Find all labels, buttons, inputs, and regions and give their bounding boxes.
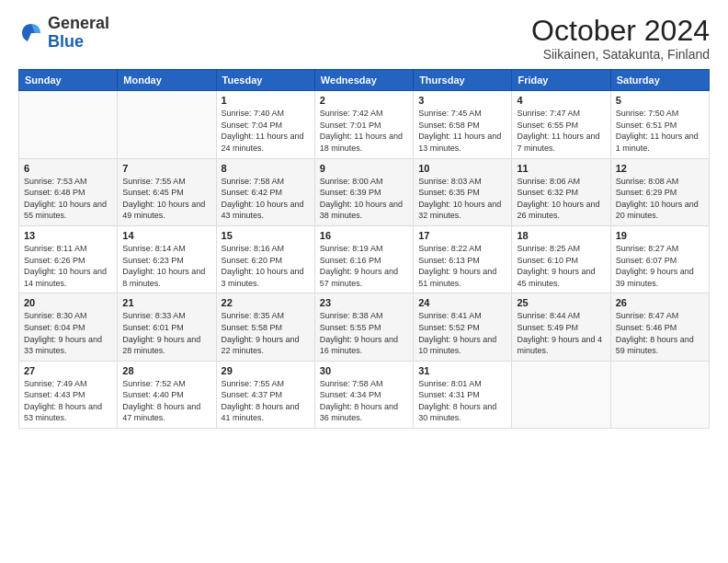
header-saturday: Saturday <box>610 70 709 91</box>
table-row: 31Sunrise: 8:01 AM Sunset: 4:31 PM Dayli… <box>414 361 512 428</box>
table-row: 22Sunrise: 8:35 AM Sunset: 5:58 PM Dayli… <box>216 293 314 361</box>
day-info: Sunrise: 7:55 AM Sunset: 6:45 PM Dayligh… <box>122 176 210 222</box>
day-info: Sunrise: 8:25 AM Sunset: 6:10 PM Dayligh… <box>517 243 605 289</box>
day-info: Sunrise: 8:06 AM Sunset: 6:32 PM Dayligh… <box>517 176 605 222</box>
table-row: 10Sunrise: 8:03 AM Sunset: 6:35 PM Dayli… <box>414 158 512 225</box>
table-row: 1Sunrise: 7:40 AM Sunset: 7:04 PM Daylig… <box>216 91 314 158</box>
table-row: 28Sunrise: 7:52 AM Sunset: 4:40 PM Dayli… <box>118 361 216 428</box>
day-info: Sunrise: 8:44 AM Sunset: 5:49 PM Dayligh… <box>517 310 605 356</box>
table-row: 4Sunrise: 7:47 AM Sunset: 6:55 PM Daylig… <box>512 91 610 158</box>
day-number: 4 <box>517 95 605 106</box>
day-info: Sunrise: 8:22 AM Sunset: 6:13 PM Dayligh… <box>418 243 506 289</box>
day-info: Sunrise: 8:47 AM Sunset: 5:46 PM Dayligh… <box>616 310 704 356</box>
day-number: 2 <box>320 95 408 106</box>
day-number: 18 <box>517 230 605 241</box>
table-row: 26Sunrise: 8:47 AM Sunset: 5:46 PM Dayli… <box>610 293 709 361</box>
day-info: Sunrise: 8:41 AM Sunset: 5:52 PM Dayligh… <box>418 310 506 356</box>
day-number: 26 <box>616 297 704 308</box>
month-title: October 2024 <box>531 15 710 47</box>
day-number: 13 <box>24 230 112 241</box>
day-info: Sunrise: 8:27 AM Sunset: 6:07 PM Dayligh… <box>616 243 704 289</box>
table-row: 19Sunrise: 8:27 AM Sunset: 6:07 PM Dayli… <box>610 225 709 293</box>
table-row: 20Sunrise: 8:30 AM Sunset: 6:04 PM Dayli… <box>19 293 118 361</box>
table-row: 9Sunrise: 8:00 AM Sunset: 6:39 PM Daylig… <box>314 158 413 225</box>
location-subtitle: Siikainen, Satakunta, Finland <box>531 47 710 62</box>
day-info: Sunrise: 7:47 AM Sunset: 6:55 PM Dayligh… <box>517 108 605 154</box>
table-row: 14Sunrise: 8:14 AM Sunset: 6:23 PM Dayli… <box>118 225 216 293</box>
logo: General Blue <box>18 15 109 52</box>
day-info: Sunrise: 8:01 AM Sunset: 4:31 PM Dayligh… <box>418 378 506 424</box>
day-info: Sunrise: 7:58 AM Sunset: 4:34 PM Dayligh… <box>320 378 408 424</box>
day-number: 8 <box>222 163 310 174</box>
header-wednesday: Wednesday <box>314 70 413 91</box>
table-row: 16Sunrise: 8:19 AM Sunset: 6:16 PM Dayli… <box>314 225 413 293</box>
table-row <box>118 91 216 158</box>
header-monday: Monday <box>118 70 216 91</box>
calendar-week-row: 1Sunrise: 7:40 AM Sunset: 7:04 PM Daylig… <box>19 91 710 158</box>
page-header: General Blue October 2024 Siikainen, Sat… <box>18 15 710 62</box>
day-info: Sunrise: 7:40 AM Sunset: 7:04 PM Dayligh… <box>222 108 310 154</box>
day-number: 31 <box>418 365 506 376</box>
day-info: Sunrise: 8:38 AM Sunset: 5:55 PM Dayligh… <box>320 310 408 356</box>
day-number: 9 <box>320 163 408 174</box>
day-number: 24 <box>418 297 506 308</box>
logo-text: General Blue <box>48 15 109 52</box>
table-row <box>512 361 610 428</box>
day-info: Sunrise: 8:35 AM Sunset: 5:58 PM Dayligh… <box>222 310 310 356</box>
day-number: 19 <box>616 230 704 241</box>
calendar-week-row: 20Sunrise: 8:30 AM Sunset: 6:04 PM Dayli… <box>19 293 710 361</box>
header-sunday: Sunday <box>19 70 118 91</box>
day-info: Sunrise: 7:58 AM Sunset: 6:42 PM Dayligh… <box>222 176 310 222</box>
day-number: 30 <box>320 365 408 376</box>
logo-icon <box>18 20 44 46</box>
table-row: 8Sunrise: 7:58 AM Sunset: 6:42 PM Daylig… <box>216 158 314 225</box>
table-row: 25Sunrise: 8:44 AM Sunset: 5:49 PM Dayli… <box>512 293 610 361</box>
table-row: 7Sunrise: 7:55 AM Sunset: 6:45 PM Daylig… <box>118 158 216 225</box>
weekday-header-row: Sunday Monday Tuesday Wednesday Thursday… <box>19 70 710 91</box>
day-info: Sunrise: 7:53 AM Sunset: 6:48 PM Dayligh… <box>24 176 112 222</box>
day-number: 27 <box>24 365 112 376</box>
day-number: 22 <box>222 297 310 308</box>
day-number: 6 <box>24 163 112 174</box>
day-info: Sunrise: 7:49 AM Sunset: 4:43 PM Dayligh… <box>24 378 112 424</box>
day-info: Sunrise: 7:55 AM Sunset: 4:37 PM Dayligh… <box>222 378 310 424</box>
table-row: 2Sunrise: 7:42 AM Sunset: 7:01 PM Daylig… <box>314 91 413 158</box>
day-info: Sunrise: 8:16 AM Sunset: 6:20 PM Dayligh… <box>222 243 310 289</box>
table-row <box>610 361 709 428</box>
day-info: Sunrise: 8:08 AM Sunset: 6:29 PM Dayligh… <box>616 176 704 222</box>
header-friday: Friday <box>512 70 610 91</box>
calendar-table: Sunday Monday Tuesday Wednesday Thursday… <box>18 69 710 429</box>
table-row: 27Sunrise: 7:49 AM Sunset: 4:43 PM Dayli… <box>19 361 118 428</box>
table-row: 3Sunrise: 7:45 AM Sunset: 6:58 PM Daylig… <box>414 91 512 158</box>
table-row: 12Sunrise: 8:08 AM Sunset: 6:29 PM Dayli… <box>610 158 709 225</box>
table-row: 18Sunrise: 8:25 AM Sunset: 6:10 PM Dayli… <box>512 225 610 293</box>
table-row: 5Sunrise: 7:50 AM Sunset: 6:51 PM Daylig… <box>610 91 709 158</box>
header-tuesday: Tuesday <box>216 70 314 91</box>
day-number: 17 <box>418 230 506 241</box>
day-info: Sunrise: 7:42 AM Sunset: 7:01 PM Dayligh… <box>320 108 408 154</box>
table-row: 23Sunrise: 8:38 AM Sunset: 5:55 PM Dayli… <box>314 293 413 361</box>
title-block: October 2024 Siikainen, Satakunta, Finla… <box>531 15 710 62</box>
table-row: 29Sunrise: 7:55 AM Sunset: 4:37 PM Dayli… <box>216 361 314 428</box>
day-number: 21 <box>122 297 210 308</box>
day-number: 25 <box>517 297 605 308</box>
calendar-week-row: 6Sunrise: 7:53 AM Sunset: 6:48 PM Daylig… <box>19 158 710 225</box>
table-row: 15Sunrise: 8:16 AM Sunset: 6:20 PM Dayli… <box>216 225 314 293</box>
day-info: Sunrise: 7:52 AM Sunset: 4:40 PM Dayligh… <box>122 378 210 424</box>
day-number: 16 <box>320 230 408 241</box>
header-thursday: Thursday <box>414 70 512 91</box>
day-number: 15 <box>222 230 310 241</box>
day-number: 7 <box>122 163 210 174</box>
calendar-week-row: 27Sunrise: 7:49 AM Sunset: 4:43 PM Dayli… <box>19 361 710 428</box>
table-row: 6Sunrise: 7:53 AM Sunset: 6:48 PM Daylig… <box>19 158 118 225</box>
table-row: 24Sunrise: 8:41 AM Sunset: 5:52 PM Dayli… <box>414 293 512 361</box>
day-number: 11 <box>517 163 605 174</box>
day-number: 14 <box>122 230 210 241</box>
day-number: 29 <box>222 365 310 376</box>
day-info: Sunrise: 8:30 AM Sunset: 6:04 PM Dayligh… <box>24 310 112 356</box>
table-row: 30Sunrise: 7:58 AM Sunset: 4:34 PM Dayli… <box>314 361 413 428</box>
table-row <box>19 91 118 158</box>
day-number: 10 <box>418 163 506 174</box>
day-info: Sunrise: 8:03 AM Sunset: 6:35 PM Dayligh… <box>418 176 506 222</box>
table-row: 11Sunrise: 8:06 AM Sunset: 6:32 PM Dayli… <box>512 158 610 225</box>
